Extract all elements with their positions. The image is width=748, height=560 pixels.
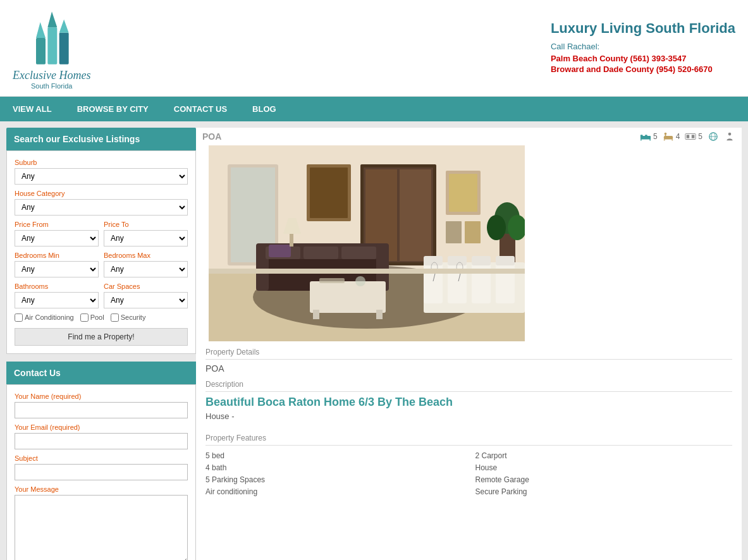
- name-label: Your Name (required): [15, 393, 188, 400]
- subject-label: Subject: [15, 454, 188, 462]
- svg-rect-60: [496, 259, 515, 303]
- price-label: POA: [202, 131, 221, 142]
- svg-rect-1: [47, 27, 57, 64]
- property-detail: POA 5: [196, 128, 742, 560]
- house-category-select[interactable]: Any: [15, 199, 188, 216]
- price-from-select[interactable]: Any: [15, 230, 99, 247]
- svg-rect-59: [472, 259, 491, 303]
- email-input[interactable]: [15, 433, 188, 449]
- svg-rect-13: [671, 139, 673, 140]
- svg-rect-69: [290, 234, 293, 247]
- nav-contact-us[interactable]: CONTACT US: [161, 97, 240, 121]
- logo-area: Exclusive Homes South Florida: [13, 6, 90, 90]
- svg-rect-71: [209, 269, 525, 274]
- find-property-button[interactable]: Find me a Property!: [15, 328, 188, 346]
- main-content: Search our Exclusive Listings Suburb Any…: [0, 121, 748, 560]
- bed-icon: [640, 132, 651, 141]
- svg-rect-61: [424, 256, 443, 265]
- price-to-select[interactable]: Any: [104, 230, 188, 247]
- email-label: Your Email (required): [15, 423, 188, 431]
- bath-count: 4: [676, 132, 680, 141]
- message-label: Your Message: [15, 485, 188, 493]
- suburb-select[interactable]: Any: [15, 168, 188, 185]
- svg-point-22: [728, 133, 732, 136]
- feature-left-3: Air conditioning: [205, 487, 463, 497]
- property-image: [209, 145, 525, 341]
- pool-checkbox[interactable]: [80, 313, 89, 322]
- bath-icon-group: 4: [663, 132, 680, 141]
- svg-rect-49: [341, 247, 376, 259]
- house-cat-label: House Category: [15, 190, 188, 197]
- security-checkbox-label[interactable]: Security: [111, 313, 146, 322]
- carspaces-label: Car Spaces: [104, 283, 188, 290]
- features-grid: 5 bed 2 Carport 4 bath House 5 Parking S…: [205, 451, 732, 497]
- pool-checkbox-label[interactable]: Pool: [80, 313, 104, 322]
- svg-point-41: [487, 215, 506, 240]
- nav-view-all[interactable]: VIEW ALL: [0, 97, 64, 121]
- svg-rect-30: [310, 167, 348, 218]
- svg-rect-52: [313, 310, 319, 319]
- svg-rect-50: [269, 245, 291, 257]
- price-from-label: Price From: [15, 221, 99, 228]
- svg-rect-0: [36, 38, 46, 64]
- phone1: Palm Beach County (561) 393-3547: [551, 54, 735, 63]
- svg-rect-53: [376, 310, 383, 319]
- bed-max-select[interactable]: Any: [104, 261, 188, 277]
- bed-min-select[interactable]: Any: [15, 261, 99, 277]
- garage-icon: [685, 132, 696, 141]
- navigation: VIEW ALL BROWSE BY CITY CONTACT US BLOG: [0, 97, 748, 121]
- site-header: Exclusive Homes South Florida Luxury Liv…: [0, 0, 748, 97]
- svg-marker-3: [36, 22, 46, 38]
- features-section: Property Features 5 bed 2 Carport 4 bath…: [196, 434, 742, 503]
- message-textarea[interactable]: [15, 495, 188, 560]
- globe-icon-group: [708, 132, 719, 141]
- svg-rect-2: [59, 33, 68, 64]
- sidebar: Search our Exclusive Listings Suburb Any…: [6, 128, 196, 560]
- carspaces-select[interactable]: Any: [104, 292, 188, 308]
- contact-form: Your Name (required) Your Email (require…: [6, 384, 196, 560]
- svg-rect-17: [687, 135, 690, 138]
- svg-rect-10: [649, 139, 651, 140]
- contact-us-box: Contact Us Your Name (required) Your Ema…: [6, 362, 196, 560]
- svg-marker-4: [47, 11, 57, 27]
- property-title: Beautiful Boca Raton Home 6/3 By The Bea…: [205, 396, 732, 409]
- nav-blog[interactable]: BLOG: [240, 97, 289, 121]
- svg-rect-58: [448, 259, 467, 303]
- contact-title: Contact Us: [6, 362, 196, 384]
- globe-icon: [708, 132, 719, 141]
- svg-rect-54: [319, 278, 345, 283]
- brand-title: Luxury Living South Florida: [551, 20, 735, 37]
- bed-min-label: Bedrooms Min: [15, 252, 99, 259]
- search-box-header: Search our Exclusive Listings: [6, 128, 196, 150]
- amenity-checkboxes: Air Conditioning Pool Security: [15, 313, 188, 322]
- room-scene-svg: [209, 145, 525, 341]
- phone2: Broward and Dade County (954) 520-6670: [551, 64, 735, 74]
- feature-right-0: 2 Carport: [475, 451, 733, 461]
- garage-count: 5: [698, 132, 702, 141]
- security-checkbox[interactable]: [111, 313, 119, 322]
- property-icons: 5 4: [640, 132, 735, 141]
- name-input[interactable]: [15, 402, 188, 418]
- logo-subtext: South Florida: [31, 82, 72, 90]
- svg-point-55: [355, 276, 365, 286]
- bed-icon-group: 5: [640, 132, 658, 141]
- property-details-section: Property Details POA Description Beautif…: [196, 341, 742, 434]
- description-heading: Description: [205, 380, 732, 392]
- feature-right-3: Secure Parking: [475, 487, 733, 497]
- header-contact-info: Luxury Living South Florida Call Rachael…: [551, 20, 735, 75]
- svg-marker-5: [59, 20, 68, 33]
- svg-rect-34: [400, 169, 431, 261]
- svg-rect-9: [641, 139, 642, 140]
- bath-select[interactable]: Any: [15, 292, 99, 308]
- subject-input[interactable]: [15, 464, 188, 480]
- bath-icon: [663, 132, 674, 141]
- feature-left-2: 5 Parking Spaces: [205, 475, 463, 485]
- bed-max-label: Bedrooms Max: [104, 252, 188, 259]
- ac-checkbox-label[interactable]: Air Conditioning: [15, 313, 74, 322]
- nav-browse-city[interactable]: BROWSE BY CITY: [64, 97, 161, 121]
- svg-rect-48: [303, 247, 338, 259]
- svg-rect-36: [449, 174, 477, 212]
- svg-rect-51: [310, 281, 386, 313]
- bath-label: Bathrooms: [15, 283, 99, 290]
- ac-checkbox[interactable]: [15, 313, 23, 322]
